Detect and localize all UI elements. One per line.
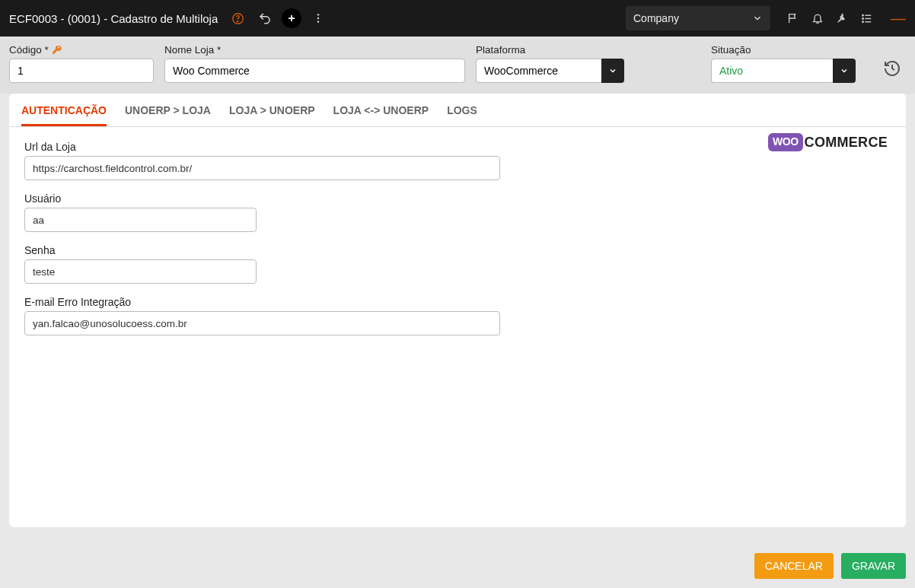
codigo-label-text: Código * bbox=[9, 44, 49, 56]
email-erro-label: E-mail Erro Integração bbox=[24, 296, 891, 308]
svg-point-7 bbox=[862, 21, 863, 22]
field-senha: Senha bbox=[24, 244, 891, 284]
tab-logs[interactable]: LOGS bbox=[447, 94, 477, 126]
situacao-chevron-down-icon[interactable] bbox=[833, 59, 856, 83]
topbar-right-icons bbox=[787, 12, 875, 25]
company-selector[interactable]: Company bbox=[626, 6, 770, 30]
tabs-bar: AUTENTICAÇÃO UNOERP > LOJA LOJA > UNOERP… bbox=[9, 94, 906, 127]
field-nome-loja: Nome Loja * bbox=[164, 44, 465, 83]
email-erro-input[interactable] bbox=[24, 311, 500, 335]
svg-point-5 bbox=[862, 14, 863, 15]
key-icon bbox=[52, 45, 62, 56]
company-selector-label: Company bbox=[633, 12, 679, 24]
woo-bubble-text: WOO bbox=[768, 133, 803, 151]
field-codigo: Código * bbox=[9, 44, 154, 83]
senha-label: Senha bbox=[24, 244, 891, 256]
codigo-label: Código * bbox=[9, 44, 154, 56]
plataforma-label: Plataforma bbox=[476, 44, 624, 56]
url-loja-label: Url da Loja bbox=[24, 141, 891, 153]
svg-point-6 bbox=[862, 17, 863, 18]
svg-point-1 bbox=[237, 21, 238, 21]
window-title: ECF0003 - (0001) - Cadastro de Multiloja bbox=[9, 12, 218, 25]
usuario-label: Usuário bbox=[24, 192, 891, 205]
tab-loja-bidir-unoerp[interactable]: LOJA <-> UNOERP bbox=[333, 94, 429, 126]
woocommerce-logo: WOO COMMERCE bbox=[768, 133, 888, 151]
svg-point-3 bbox=[317, 17, 319, 19]
tab-autenticacao[interactable]: AUTENTICAÇÃO bbox=[21, 94, 107, 126]
footer-bar: CANCELAR GRAVAR bbox=[0, 544, 915, 588]
save-button[interactable]: GRAVAR bbox=[841, 553, 906, 579]
bell-icon[interactable] bbox=[811, 12, 827, 24]
woo-commerce-text: COMMERCE bbox=[805, 135, 888, 151]
history-icon[interactable] bbox=[878, 56, 906, 83]
header-fieldbar: Código * Nome Loja * Plataforma Situação bbox=[0, 37, 915, 94]
field-situacao: Situação bbox=[711, 44, 856, 83]
chevron-down-icon bbox=[752, 13, 763, 24]
field-plataforma: Plataforma bbox=[476, 44, 624, 83]
situacao-select[interactable] bbox=[711, 59, 833, 83]
undo-icon[interactable] bbox=[254, 8, 276, 29]
plataforma-chevron-down-icon[interactable] bbox=[601, 59, 624, 83]
usuario-input[interactable] bbox=[24, 208, 257, 232]
pin-icon[interactable] bbox=[836, 12, 851, 24]
svg-point-2 bbox=[317, 14, 319, 15]
field-email-erro: E-mail Erro Integração bbox=[24, 296, 891, 335]
more-vertical-icon[interactable] bbox=[308, 8, 329, 29]
list-icon[interactable] bbox=[860, 12, 875, 25]
svg-point-4 bbox=[317, 21, 319, 22]
tab-unoerp-loja[interactable]: UNOERP > LOJA bbox=[125, 94, 211, 126]
field-usuario: Usuário bbox=[24, 192, 891, 232]
plataforma-select[interactable] bbox=[476, 59, 601, 83]
cancel-button[interactable]: CANCELAR bbox=[754, 553, 834, 579]
situacao-label: Situação bbox=[711, 44, 856, 56]
add-icon[interactable] bbox=[282, 8, 301, 28]
nome-loja-label: Nome Loja * bbox=[164, 44, 465, 56]
codigo-input[interactable] bbox=[9, 59, 154, 83]
minimize-icon[interactable]: — bbox=[891, 10, 906, 27]
help-icon[interactable] bbox=[227, 8, 248, 29]
main-panel: AUTENTICAÇÃO UNOERP > LOJA LOJA > UNOERP… bbox=[9, 94, 906, 527]
field-url-loja: Url da Loja bbox=[24, 141, 891, 180]
topbar: ECF0003 - (0001) - Cadastro de Multiloja… bbox=[0, 0, 915, 37]
tab-content-autenticacao: WOO COMMERCE Url da Loja Usuário Senha E… bbox=[9, 127, 906, 361]
senha-input[interactable] bbox=[24, 259, 257, 284]
flag-icon[interactable] bbox=[787, 12, 802, 24]
tab-loja-unoerp[interactable]: LOJA > UNOERP bbox=[229, 94, 315, 126]
url-loja-input[interactable] bbox=[24, 156, 500, 180]
nome-loja-input[interactable] bbox=[164, 59, 465, 83]
